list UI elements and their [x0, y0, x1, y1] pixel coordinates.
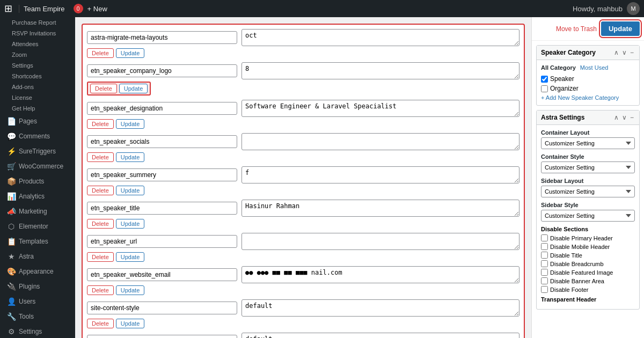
update-button[interactable]: Update [116, 285, 144, 295]
meta-field-inputs: f [87, 166, 519, 183]
sidebar-item-marketing[interactable]: 📣 Marketing [0, 204, 75, 219]
delete-button[interactable]: Delete [87, 252, 114, 262]
meta-value-textarea[interactable]: Hasinur Rahman [241, 200, 519, 217]
organizer-checkbox[interactable] [541, 85, 548, 92]
panel-close-button[interactable]: − [629, 49, 635, 56]
add-new-speaker-category-link[interactable]: + Add New Speaker Category [541, 94, 635, 101]
disable-featured-image-checkbox[interactable] [541, 269, 548, 276]
sidebar-item-comments[interactable]: 💬 Comments [0, 129, 75, 144]
meta-value-textarea[interactable] [241, 233, 519, 250]
all-category-tab[interactable]: All Category [541, 64, 576, 71]
disable-title-checkbox[interactable] [541, 252, 548, 259]
sidebar-item-rsvp[interactable]: RSVP Invitations [0, 28, 75, 39]
container-style-select[interactable]: Customizer Setting [541, 161, 635, 173]
sidebar-item-elementor[interactable]: ⬡ Elementor [0, 219, 75, 234]
sidebar-item-plugins[interactable]: 🔌 Plugins [0, 279, 75, 294]
sidebar-item-zoom[interactable]: Zoom [0, 49, 75, 60]
meta-key-input[interactable] [87, 135, 237, 148]
meta-key-input[interactable] [87, 31, 237, 44]
panel-expand-button[interactable]: ∨ [621, 49, 628, 56]
meta-key-input[interactable] [87, 268, 237, 281]
meta-value-textarea[interactable]: ●● ●●● ■■ ■■ ■■■ nail.com [241, 266, 519, 283]
wp-logo-icon[interactable]: ⊞ [4, 3, 12, 14]
sidebar-item-analytics[interactable]: 📊 Analytics [0, 189, 75, 204]
meta-key-input[interactable] [87, 102, 237, 115]
astra-panel-expand-button[interactable]: ∨ [621, 114, 628, 121]
avatar[interactable]: M [627, 2, 640, 15]
update-button[interactable]: Update [116, 152, 144, 162]
sidebar-item-users[interactable]: 👤 Users [0, 294, 75, 309]
delete-button[interactable]: Delete [87, 285, 114, 295]
sidebar-item-tools[interactable]: 🔧 Tools [0, 309, 75, 324]
notification-badge[interactable]: 0 [74, 4, 83, 13]
delete-button[interactable]: Delete [87, 219, 114, 229]
container-layout-select[interactable]: Customizer Setting [541, 137, 635, 149]
delete-button[interactable]: Delete [87, 152, 114, 162]
disable-primary-header-item: Disable Primary Header [541, 234, 635, 241]
disable-banner-area-checkbox[interactable] [541, 277, 548, 284]
delete-button[interactable]: Delete [90, 84, 117, 93]
sidebar-layout-select[interactable]: Customizer Setting [541, 186, 635, 197]
sidebar-item-settings-bottom[interactable]: ⚙ Settings [0, 324, 75, 338]
admin-bar-left: ⊞ Team Empire 0 + New [4, 3, 573, 14]
sidebar-item-templates[interactable]: 📋 Templates [0, 234, 75, 249]
sidebar-item-license[interactable]: License [0, 92, 75, 103]
meta-value-textarea[interactable]: default [241, 299, 519, 317]
update-button[interactable]: Update [116, 252, 144, 262]
meta-value-textarea[interactable]: Software Engineer & Laravel Speacialist [241, 100, 519, 117]
speaker-checkbox[interactable] [541, 76, 548, 83]
meta-field-row: 8 Delete Update [87, 62, 519, 95]
sidebar-item-pages[interactable]: 📄 Pages [0, 114, 75, 129]
sidebar-item-astra[interactable]: ★ Astra [0, 249, 75, 264]
sidebar-style-select[interactable]: Customizer Setting [541, 210, 635, 222]
meta-value-textarea[interactable]: 8 [241, 62, 519, 79]
meta-key-input[interactable] [87, 302, 237, 314]
update-button[interactable]: Update [116, 48, 144, 58]
meta-value-textarea[interactable] [241, 133, 519, 150]
disable-footer-checkbox[interactable] [541, 286, 548, 293]
meta-key-input[interactable] [87, 335, 237, 338]
sidebar-item-woocommerce[interactable]: 🛒 WooCommerce [0, 159, 75, 174]
sidebar-item-purchase-report[interactable]: Purchase Report [0, 17, 75, 28]
site-name[interactable]: Team Empire [19, 5, 69, 13]
meta-key-input[interactable] [87, 202, 237, 215]
sidebar-item-settings-top[interactable]: Settings [0, 60, 75, 71]
update-button[interactable]: Update [116, 119, 144, 129]
sidebar-item-products[interactable]: 📦 Products [0, 174, 75, 189]
update-button[interactable]: Update [116, 319, 144, 328]
meta-value-textarea[interactable]: default [241, 333, 519, 338]
disable-mobile-header-checkbox[interactable] [541, 243, 548, 250]
update-main-button[interactable]: Update [601, 21, 640, 36]
analytics-icon: 📊 [7, 192, 16, 201]
most-used-tab[interactable]: Most Used [580, 64, 609, 71]
disable-sections-title: Disable Sections [541, 226, 635, 232]
meta-value-textarea[interactable]: oct [241, 29, 519, 46]
delete-button[interactable]: Delete [87, 186, 114, 195]
sidebar-item-attendees[interactable]: Attendees [0, 39, 75, 49]
sidebar-item-gethelp[interactable]: Get Help [0, 103, 75, 114]
update-button[interactable]: Update [116, 186, 144, 195]
delete-button[interactable]: Delete [87, 319, 114, 328]
astra-panel-collapse-button[interactable]: ∧ [613, 114, 620, 121]
meta-key-input[interactable] [87, 168, 237, 181]
meta-key-input[interactable] [87, 235, 237, 248]
sidebar-item-appearance[interactable]: 🎨 Appearance [0, 264, 75, 279]
meta-field-row: f Delete Update [87, 166, 519, 195]
sidebar-item-suretriggers[interactable]: ⚡ SureTriggers [0, 144, 75, 159]
move-to-trash-link[interactable]: Move to Trash [556, 25, 597, 33]
disable-breadcrumb-checkbox[interactable] [541, 260, 548, 267]
disable-primary-header-checkbox[interactable] [541, 234, 548, 241]
sidebar-item-shortcodes[interactable]: Shortcodes [0, 71, 75, 82]
sidebar-item-addons[interactable]: Add-ons [0, 82, 75, 92]
update-button[interactable]: Update [119, 84, 148, 93]
delete-button[interactable]: Delete [87, 119, 114, 129]
main-layout: Purchase Report RSVP Invitations Attende… [0, 17, 644, 338]
update-button[interactable]: Update [116, 219, 144, 229]
meta-key-input[interactable] [87, 64, 237, 77]
new-button[interactable]: + New [87, 5, 107, 13]
delete-button[interactable]: Delete [87, 48, 114, 58]
sidebar: Purchase Report RSVP Invitations Attende… [0, 17, 75, 338]
astra-panel-close-button[interactable]: − [629, 114, 635, 121]
panel-collapse-button[interactable]: ∧ [613, 49, 620, 56]
meta-value-textarea[interactable]: f [241, 166, 519, 183]
